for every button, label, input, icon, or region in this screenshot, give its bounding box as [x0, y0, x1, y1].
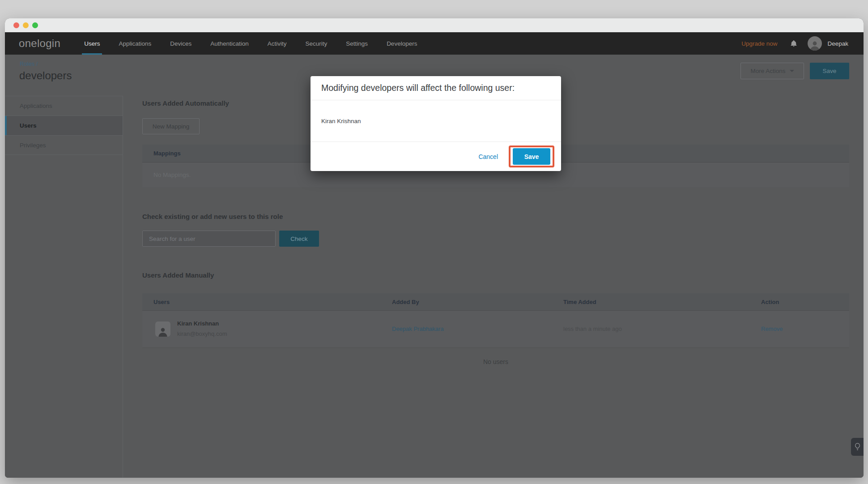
- window-titlebar: [5, 18, 864, 32]
- mappings-column-header: Mappings: [142, 150, 181, 157]
- confirm-modal: Modifying developers will affect the fol…: [311, 76, 561, 171]
- app-window: onelogin Users Applications Devices Auth…: [5, 18, 864, 478]
- modal-affected-user: Kiran Krishnan: [311, 100, 561, 142]
- nav-tabs: Users Applications Devices Authenticatio…: [75, 32, 426, 55]
- nav-tab-developers[interactable]: Developers: [377, 32, 426, 55]
- check-users-heading: Check existing or add new users to this …: [142, 213, 283, 220]
- column-header-added-by: Added By: [392, 299, 419, 305]
- nav-tab-devices[interactable]: Devices: [161, 32, 201, 55]
- nav-tab-activity[interactable]: Activity: [258, 32, 296, 55]
- manual-users-table: Users Added By Time Added Action Kiran K…: [142, 293, 849, 348]
- check-button[interactable]: Check: [279, 231, 319, 247]
- row-time-added: less than a minute ago: [563, 326, 622, 332]
- nav-tab-users[interactable]: Users: [75, 32, 109, 55]
- desktop: { "navbar": { "logo": "onelogin", "tabs"…: [0, 0, 868, 484]
- manual-users-table-header: Users Added By Time Added Action: [142, 293, 849, 311]
- onelogin-logo: onelogin: [19, 37, 60, 50]
- table-row: Kiran Krishnan kiran@boxyhq.com Deepak P…: [142, 311, 849, 348]
- no-users-empty-state: No users: [142, 358, 849, 365]
- row-remove-link[interactable]: Remove: [761, 326, 783, 332]
- save-highlight-ring: Save: [509, 146, 554, 167]
- user-name[interactable]: Deepak: [827, 40, 848, 47]
- row-user-name: Kiran Krishnan: [177, 320, 219, 327]
- page-title: developers: [19, 69, 72, 82]
- users-added-automatically-heading: Users Added Automatically: [142, 99, 229, 107]
- column-header-action: Action: [761, 299, 779, 305]
- new-mapping-button[interactable]: New Mapping: [142, 118, 200, 134]
- users-added-manually-heading: Users Added Manually: [142, 271, 214, 279]
- nav-tab-authentication[interactable]: Authentication: [201, 32, 258, 55]
- row-added-by-link[interactable]: Deepak Prabhakara: [392, 326, 444, 332]
- nav-tab-settings[interactable]: Settings: [336, 32, 377, 55]
- search-user-input[interactable]: [142, 231, 276, 247]
- modal-title: Modifying developers will affect the fol…: [311, 76, 561, 100]
- sidebar-item-applications[interactable]: Applications: [5, 96, 123, 116]
- row-user-email: kiran@boxyhq.com: [177, 330, 227, 337]
- column-header-time-added: Time Added: [563, 299, 596, 305]
- modal-footer: Cancel Save: [311, 142, 561, 171]
- breadcrumb-roles-link[interactable]: Roles /: [20, 60, 38, 67]
- upgrade-now-link[interactable]: Upgrade now: [741, 40, 777, 47]
- close-window-button[interactable]: [13, 22, 19, 28]
- zoom-window-button[interactable]: [32, 22, 38, 28]
- column-header-users: Users: [153, 299, 170, 305]
- top-navbar: onelogin Users Applications Devices Auth…: [5, 32, 864, 55]
- user-avatar: [155, 321, 170, 337]
- sidebar-item-privileges[interactable]: Privileges: [5, 135, 123, 155]
- sidebar-item-users[interactable]: Users: [5, 116, 123, 135]
- navbar-right: Upgrade now Deepak: [741, 32, 848, 55]
- bell-icon[interactable]: [790, 39, 798, 48]
- modal-save-button[interactable]: Save: [513, 148, 550, 165]
- minimize-window-button[interactable]: [23, 22, 29, 28]
- role-sidebar: Applications Users Privileges: [5, 96, 123, 478]
- cancel-button[interactable]: Cancel: [478, 153, 498, 160]
- lightbulb-icon[interactable]: [851, 438, 864, 456]
- nav-tab-applications[interactable]: Applications: [109, 32, 161, 55]
- nav-tab-security[interactable]: Security: [296, 32, 337, 55]
- user-avatar[interactable]: [808, 36, 822, 51]
